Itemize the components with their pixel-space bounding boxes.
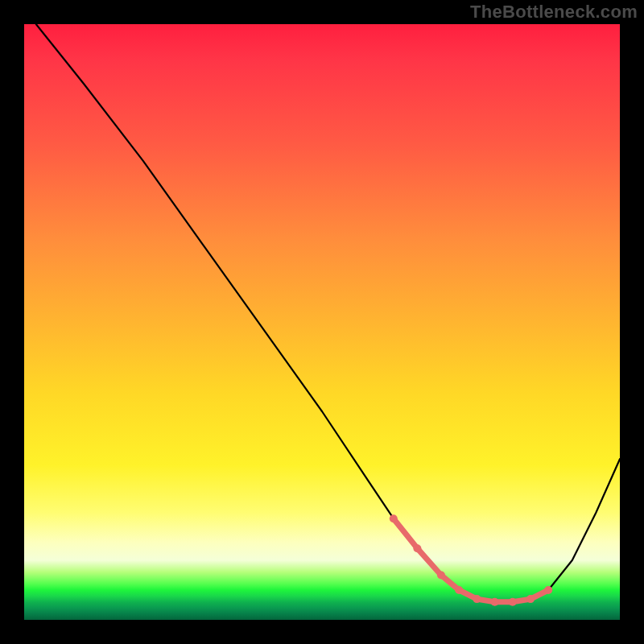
svg-point-5	[491, 598, 499, 606]
svg-point-1	[413, 544, 421, 552]
curve-layer	[24, 24, 620, 620]
chart-frame: TheBottleneck.com	[0, 0, 644, 644]
svg-point-0	[390, 514, 398, 522]
svg-point-3	[455, 586, 463, 594]
svg-point-2	[437, 572, 445, 580]
svg-point-6	[509, 598, 517, 606]
plot-area	[24, 24, 620, 620]
svg-point-8	[544, 586, 552, 594]
optimal-range-band	[390, 514, 552, 606]
svg-point-4	[473, 595, 481, 603]
svg-point-7	[526, 595, 535, 603]
bottleneck-curve	[36, 24, 620, 602]
watermark-text: TheBottleneck.com	[470, 2, 638, 23]
